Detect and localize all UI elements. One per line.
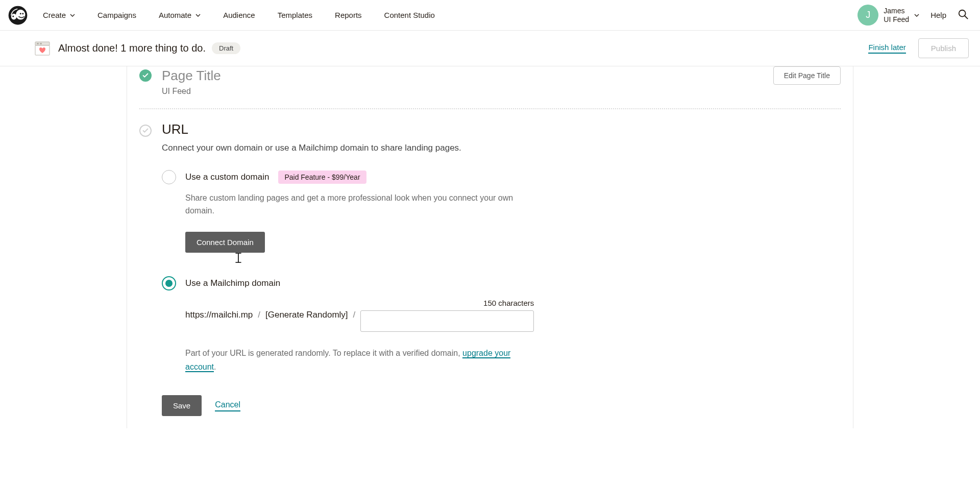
chevron-down-icon (914, 13, 919, 18)
status-pill: Draft (212, 42, 240, 54)
avatar: J (857, 5, 878, 26)
svg-point-6 (959, 10, 966, 16)
url-base: https://mailchi.mp (185, 310, 253, 320)
section-url: URL Connect your own domain or use a Mai… (127, 109, 853, 428)
notice-text-b: . (214, 362, 216, 371)
account-names: James UI Feed (884, 7, 909, 24)
url-slash: / (353, 310, 356, 320)
page-title-value: UI Feed (162, 87, 841, 96)
nav-label: Automate (159, 11, 191, 19)
search-button[interactable] (958, 9, 969, 22)
status-open-icon (139, 125, 152, 137)
status-label: Draft (219, 44, 233, 52)
mailchimp-logo-icon (7, 5, 29, 26)
cancel-link[interactable]: Cancel (215, 400, 240, 411)
nav-links: Create Campaigns Automate Audience Templ… (43, 11, 435, 19)
sub-bar: Almost done! 1 more thing to do. Draft F… (0, 31, 980, 66)
nav-label: Content Studio (384, 11, 435, 19)
radio-mailchimp-domain[interactable] (162, 276, 176, 290)
top-nav: Create Campaigns Automate Audience Templ… (0, 0, 980, 31)
publish-button[interactable]: Publish (918, 38, 969, 58)
nav-label: Create (43, 11, 66, 19)
svg-line-7 (965, 15, 968, 18)
nav-label: Audience (223, 11, 255, 19)
nav-audience[interactable]: Audience (223, 11, 255, 19)
nav-templates[interactable]: Templates (278, 11, 312, 19)
nav-label: Campaigns (97, 11, 136, 19)
brand-logo[interactable] (7, 5, 29, 26)
chevron-down-icon (70, 13, 75, 18)
chevron-down-icon (195, 13, 201, 18)
option-label: Use a Mailchimp domain (185, 278, 280, 288)
svg-point-2 (16, 9, 25, 19)
avatar-initial: J (866, 10, 870, 20)
page-icon (35, 41, 50, 56)
section-heading: URL (162, 121, 841, 137)
option-description: Share custom landing pages and get a mor… (185, 191, 543, 217)
paid-feature-badge: Paid Feature - $99/Year (278, 171, 366, 184)
option-custom-domain[interactable]: Use a custom domain Paid Feature - $99/Y… (162, 170, 841, 184)
nav-content-studio[interactable]: Content Studio (384, 11, 435, 19)
search-icon (958, 9, 969, 20)
nav-create[interactable]: Create (43, 11, 75, 19)
main-panel: Page Title Edit Page Title UI Feed URL C… (127, 66, 853, 428)
radio-custom-domain[interactable] (162, 170, 176, 184)
url-slash: / (258, 310, 260, 320)
check-icon (142, 72, 149, 79)
save-button[interactable]: Save (162, 395, 202, 416)
section-page-title: Page Title Edit Page Title UI Feed (127, 66, 853, 108)
section-description: Connect your own domain or use a Mailchi… (162, 141, 841, 155)
nav-reports[interactable]: Reports (335, 11, 362, 19)
check-icon (142, 127, 149, 134)
svg-point-3 (12, 15, 14, 17)
svg-point-4 (20, 13, 21, 14)
user-cluster: J James UI Feed Help (857, 5, 969, 26)
help-label: Help (930, 11, 946, 19)
connect-domain-button[interactable]: Connect Domain (185, 232, 265, 253)
user-name: James (884, 7, 909, 15)
account-name: UI Feed (884, 15, 909, 24)
section-actions: Save Cancel (162, 395, 841, 416)
svg-rect-10 (37, 43, 39, 44)
option-mailchimp-domain[interactable]: Use a Mailchimp domain (162, 276, 841, 290)
nav-campaigns[interactable]: Campaigns (97, 11, 136, 19)
nav-label: Reports (335, 11, 362, 19)
notice-text-a: Part of your URL is generated randomly. … (185, 349, 462, 357)
svg-rect-11 (40, 43, 42, 44)
nav-automate[interactable]: Automate (159, 11, 201, 19)
calendar-heart-icon (35, 41, 50, 56)
char-count: 150 characters (483, 299, 534, 307)
finish-later-link[interactable]: Finish later (868, 43, 905, 54)
url-builder-row: https://mailchi.mp / [Generate Randomly]… (185, 299, 841, 332)
edit-page-title-button[interactable]: Edit Page Title (773, 66, 841, 85)
status-check-icon (139, 69, 152, 82)
page-setup-title: Almost done! 1 more thing to do. (58, 42, 206, 54)
svg-point-5 (22, 13, 23, 14)
upgrade-notice: Part of your URL is generated randomly. … (185, 346, 537, 374)
url-random-segment: [Generate Randomly] (265, 310, 348, 320)
option-label: Use a custom domain (185, 172, 269, 182)
url-slug-input[interactable] (360, 310, 534, 332)
help-link[interactable]: Help (930, 11, 946, 19)
nav-label: Templates (278, 11, 312, 19)
section-heading: Page Title (162, 68, 221, 84)
account-menu[interactable]: J James UI Feed (857, 5, 919, 26)
